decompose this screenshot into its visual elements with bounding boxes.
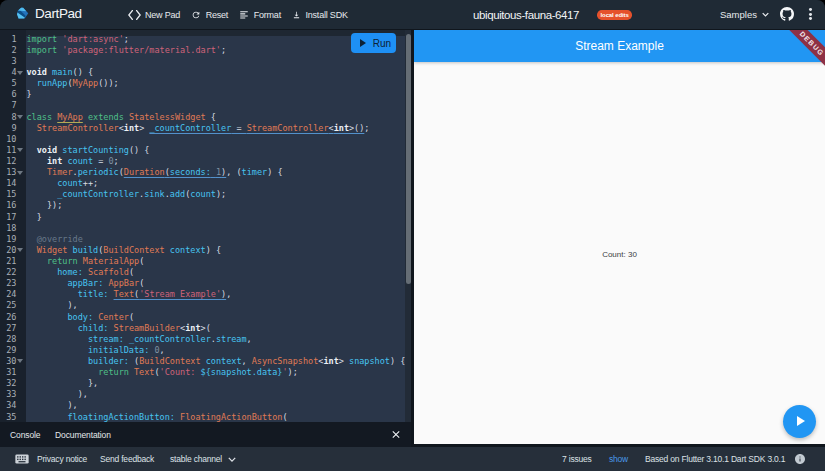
code-editor[interactable]: 1234567891011121314151617181920212223242… <box>0 30 411 422</box>
new-pad-button[interactable]: New Pad <box>128 10 181 20</box>
console-strip: Console Documentation <box>0 422 411 447</box>
code-line: stream: _countController.stream, <box>27 334 406 345</box>
gutter-line: 22 <box>0 267 26 278</box>
line-number: 25 <box>1 300 17 311</box>
refresh-icon <box>191 10 201 20</box>
header-bar: DartPad New Pad Reset Format <box>0 0 825 29</box>
code-line: import 'dart:async'; <box>27 34 406 45</box>
install-sdk-button[interactable]: Install SDK <box>292 10 348 20</box>
fold-arrow-icon[interactable] <box>17 148 23 152</box>
fold-arrow-icon[interactable] <box>17 71 23 75</box>
close-icon[interactable] <box>392 429 400 440</box>
code-line: @override <box>27 234 406 245</box>
dartpad-app: DartPad New Pad Reset Format <box>0 0 825 471</box>
local-edits-badge: local edits <box>597 10 632 20</box>
line-number: 3 <box>1 56 17 67</box>
line-number: 12 <box>1 156 17 167</box>
format-button[interactable]: Format <box>239 10 281 20</box>
brand[interactable]: DartPad <box>15 6 82 21</box>
line-number: 2 <box>1 45 17 56</box>
sdk-version-text: Based on Flutter 3.10.1 Dart SDK 3.0.1 <box>645 447 785 471</box>
github-icon[interactable] <box>780 7 794 25</box>
code-line <box>27 100 406 111</box>
gutter-line: 31 <box>0 367 26 378</box>
preview-appbar-title: Stream Example <box>575 39 664 53</box>
line-number: 32 <box>1 378 17 389</box>
gutter-line: 14 <box>0 178 26 189</box>
code-line <box>27 56 406 67</box>
gutter-line: 21 <box>0 256 26 267</box>
tab-console[interactable]: Console <box>10 422 41 447</box>
line-number: 10 <box>1 134 17 145</box>
gutter-line: 18 <box>0 223 26 234</box>
code-line: void main() { <box>27 67 406 78</box>
code-line: initialData: 0, <box>27 345 406 356</box>
gutter-line: 35 <box>0 412 26 422</box>
channel-select[interactable]: stable channel <box>170 447 222 471</box>
samples-menu[interactable]: Samples <box>720 0 769 29</box>
code-line: return MaterialApp( <box>27 256 406 267</box>
gutter-line: 26 <box>0 312 26 323</box>
fold-arrow-icon[interactable] <box>17 115 23 119</box>
gutter-line: 12 <box>0 156 26 167</box>
fold-arrow-icon[interactable] <box>17 171 23 175</box>
send-feedback-link[interactable]: Send feedback <box>100 447 154 471</box>
line-number: 1 <box>1 34 17 45</box>
line-number: 9 <box>1 123 17 134</box>
gutter-line: 13 <box>0 167 26 178</box>
line-number: 28 <box>1 334 17 345</box>
code-line: void startCounting() { <box>27 145 406 156</box>
line-number: 15 <box>1 189 17 200</box>
reset-button[interactable]: Reset <box>191 10 228 20</box>
gutter-line: 25 <box>0 300 26 311</box>
line-number: 30 <box>1 356 17 367</box>
code-line <box>27 223 406 234</box>
line-number: 31 <box>1 367 17 378</box>
issues-count[interactable]: 7 issues <box>562 447 592 471</box>
line-number: 5 <box>1 78 17 89</box>
gutter-line: 28 <box>0 334 26 345</box>
line-number: 17 <box>1 212 17 223</box>
line-number: 4 <box>1 67 17 78</box>
format-icon <box>239 10 249 20</box>
code-line: home: Scaffold( <box>27 267 406 278</box>
gutter-line: 1 <box>0 34 26 45</box>
code-line: ), <box>27 389 406 400</box>
code-line: }); <box>27 200 406 211</box>
fold-arrow-icon[interactable] <box>17 248 23 252</box>
code-line: } <box>27 89 406 100</box>
run-button[interactable]: Run <box>351 33 396 53</box>
install-sdk-label: Install SDK <box>305 10 347 20</box>
keyboard-icon[interactable] <box>15 447 29 471</box>
code-line: body: Center( <box>27 312 406 323</box>
format-label: Format <box>254 10 281 20</box>
tab-documentation[interactable]: Documentation <box>55 422 111 447</box>
preview-appbar: Stream Example <box>414 30 825 62</box>
brand-name: DartPad <box>35 6 82 21</box>
download-icon <box>292 10 301 20</box>
overflow-menu-icon[interactable] <box>809 8 812 20</box>
show-link[interactable]: show <box>609 447 628 471</box>
line-number: 13 <box>1 167 17 178</box>
gutter-line: 11 <box>0 145 26 156</box>
line-number: 20 <box>1 245 17 256</box>
count-text: Count: 30 <box>602 250 637 259</box>
privacy-notice-link[interactable]: Privacy notice <box>37 447 87 471</box>
code-line <box>27 134 406 145</box>
code-line: builder: (BuildContext context, AsyncSna… <box>27 356 406 367</box>
code-line: ), <box>27 300 406 311</box>
line-number: 23 <box>1 278 17 289</box>
fab-button[interactable] <box>783 405 816 438</box>
code-line: child: StreamBuilder<int>( <box>27 323 406 334</box>
gutter-line: 6 <box>0 89 26 100</box>
line-number: 26 <box>1 312 17 323</box>
editor-scrollbar[interactable] <box>406 34 411 284</box>
gutter-line: 7 <box>0 100 26 111</box>
fab-play-icon <box>797 416 805 426</box>
info-icon[interactable] <box>794 447 806 471</box>
fold-arrow-icon[interactable] <box>17 359 23 363</box>
gutter-line: 20 <box>0 245 26 256</box>
gutter-line: 33 <box>0 389 26 400</box>
dartpad-logo-icon <box>15 6 30 21</box>
code-line: _countController.sink.add(count); <box>27 189 406 200</box>
